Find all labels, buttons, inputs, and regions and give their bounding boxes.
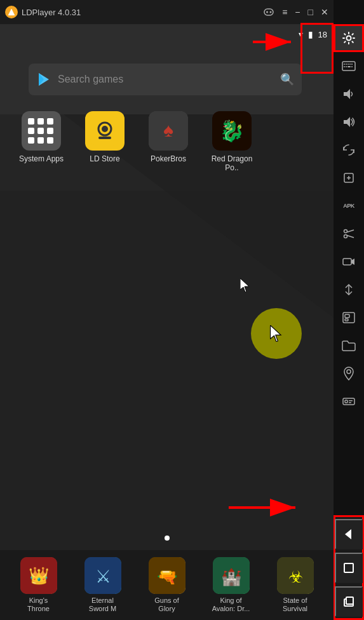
search-bar[interactable]: Search games 🔍 xyxy=(29,64,302,95)
svg-marker-66 xyxy=(345,529,351,539)
red-dragon-icon: 🐉 xyxy=(212,111,252,151)
kings-throne-label: King'sThrone xyxy=(27,596,50,613)
kings-throne-icon: 👑 xyxy=(20,557,57,594)
state-survival-icon: ☣ xyxy=(277,557,314,594)
svg-marker-4 xyxy=(8,9,15,15)
red-dragon-label: Red Dragon Po.. xyxy=(206,154,257,173)
app-title: LDPlayer 4.0.31 xyxy=(22,8,81,17)
bottom-arrow xyxy=(226,496,302,522)
svg-point-52 xyxy=(344,235,347,238)
list-item[interactable]: 🏰 King ofAvalon: Dr... xyxy=(203,557,260,613)
svg-point-51 xyxy=(344,230,347,233)
keyboard-button[interactable] xyxy=(334,52,364,80)
nav-buttons xyxy=(334,515,364,620)
svg-rect-60 xyxy=(345,319,348,321)
svg-marker-22 xyxy=(271,325,281,342)
svg-point-35 xyxy=(347,36,351,41)
svg-point-6 xyxy=(270,11,272,13)
back-button[interactable] xyxy=(335,519,363,549)
title-left: LDPlayer 4.0.31 xyxy=(5,6,81,18)
svg-line-53 xyxy=(347,230,354,232)
recents-button[interactable] xyxy=(335,586,363,617)
list-item[interactable]: ⚔ EternalSword M xyxy=(74,557,131,613)
app-grid: System Apps LD Store ♠ PokerB xyxy=(16,111,257,173)
bottom-dock: 👑 King'sThrone ⚔ EternalSword M 🔫 xyxy=(0,550,334,620)
svg-rect-16 xyxy=(98,137,111,139)
window-button[interactable] xyxy=(334,304,364,332)
battery-icon: ▮ xyxy=(308,29,313,39)
svg-point-15 xyxy=(102,126,108,132)
ld-store-label: LD Store xyxy=(90,154,119,163)
record-button[interactable] xyxy=(334,248,364,276)
svg-text:👑: 👑 xyxy=(29,565,50,586)
cursor-circle xyxy=(251,308,302,359)
ld-logo xyxy=(5,6,18,18)
svg-text:🐉: 🐉 xyxy=(219,119,245,143)
google-play-icon xyxy=(36,72,51,87)
svg-text:♠: ♠ xyxy=(163,119,173,140)
svg-text:🏰: 🏰 xyxy=(221,567,242,587)
king-avalon-label: King ofAvalon: Dr... xyxy=(212,596,250,613)
pokerbros-icon: ♠ xyxy=(149,111,188,151)
svg-rect-63 xyxy=(345,400,347,403)
eternal-sword-icon: ⚔ xyxy=(84,557,121,594)
close-button[interactable]: ✕ xyxy=(321,7,328,17)
ld-store-icon xyxy=(85,111,125,151)
state-survival-label: State ofSurvival xyxy=(283,596,307,613)
list-item[interactable]: ♠ PokerBros xyxy=(143,111,194,173)
minimize-button[interactable]: − xyxy=(295,7,300,17)
svg-text:⚔: ⚔ xyxy=(95,567,111,586)
svg-marker-46 xyxy=(344,89,350,99)
list-item[interactable]: 🔫 Guns ofGlory xyxy=(138,557,196,613)
folder-button[interactable] xyxy=(334,332,364,360)
system-apps-label: System Apps xyxy=(19,154,64,163)
system-apps-icon xyxy=(22,111,61,151)
import-button[interactable] xyxy=(334,164,364,192)
list-item[interactable]: System Apps xyxy=(16,111,67,173)
svg-rect-67 xyxy=(344,563,353,572)
svg-marker-56 xyxy=(351,259,354,265)
guns-glory-icon: 🔫 xyxy=(149,557,185,594)
svg-rect-69 xyxy=(346,597,353,604)
main-area: LDPlayer 4.0.31 ≡ − □ ✕ ▾ ▮ 18 xyxy=(0,0,334,620)
title-controls: ≡ − □ ✕ xyxy=(263,6,328,18)
svg-text:🔫: 🔫 xyxy=(157,567,178,587)
svg-rect-64 xyxy=(349,400,353,401)
svg-rect-5 xyxy=(264,9,273,15)
home-button[interactable] xyxy=(335,553,363,583)
list-item[interactable]: ☣ State ofSurvival xyxy=(267,557,324,613)
restore-button[interactable]: □ xyxy=(308,7,313,17)
pokerbros-label: PokerBros xyxy=(151,154,186,163)
gamepad-icon[interactable] xyxy=(263,6,274,18)
svg-rect-59 xyxy=(345,314,349,318)
king-avalon-icon: 🏰 xyxy=(213,557,250,594)
right-sidebar: APK xyxy=(334,0,364,620)
rotate-button[interactable] xyxy=(334,136,364,164)
list-item[interactable]: 👑 King'sThrone xyxy=(10,557,67,613)
list-item[interactable]: 🐉 Red Dragon Po.. xyxy=(206,111,257,173)
scissors-button[interactable] xyxy=(334,220,364,248)
sync-button[interactable] xyxy=(334,276,364,304)
apk-button[interactable]: APK xyxy=(334,192,364,220)
top-arrow xyxy=(250,30,300,56)
list-item[interactable]: LD Store xyxy=(79,111,130,173)
svg-rect-55 xyxy=(343,259,351,265)
time-display: 18 xyxy=(318,30,327,39)
svg-text:☣: ☣ xyxy=(288,567,302,586)
svg-rect-65 xyxy=(349,402,351,403)
svg-point-61 xyxy=(347,370,351,374)
search-placeholder: Search games xyxy=(58,74,274,85)
volume-up-button[interactable] xyxy=(334,108,364,136)
svg-line-54 xyxy=(347,236,354,238)
page-indicators xyxy=(165,536,170,541)
search-icon[interactable]: 🔍 xyxy=(280,72,294,86)
settings-button[interactable] xyxy=(334,24,364,52)
location-button[interactable] xyxy=(334,360,364,388)
menu-icon[interactable]: ≡ xyxy=(282,7,287,17)
device-button[interactable] xyxy=(334,388,364,415)
svg-marker-47 xyxy=(344,117,350,127)
title-bar: LDPlayer 4.0.31 ≡ − □ ✕ xyxy=(0,0,334,24)
eternal-sword-label: EternalSword M xyxy=(89,596,116,613)
guns-glory-label: Guns ofGlory xyxy=(154,596,179,613)
volume-down-button[interactable] xyxy=(334,80,364,108)
